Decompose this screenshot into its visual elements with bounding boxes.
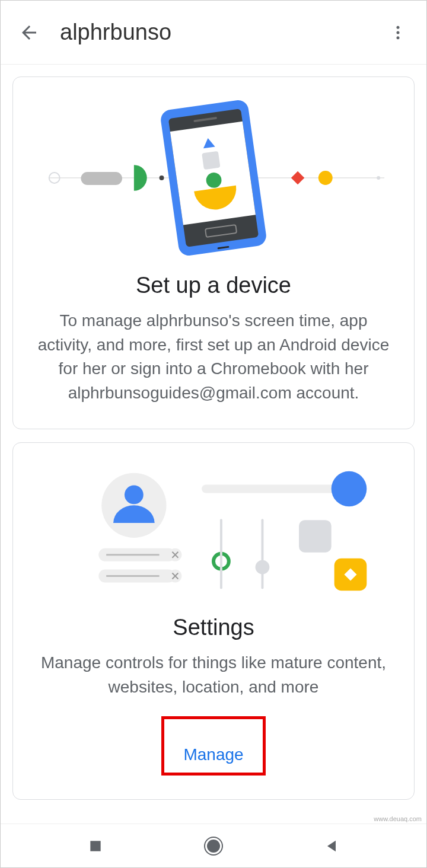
svg-point-19 <box>101 473 166 538</box>
svg-rect-5 <box>81 172 122 185</box>
setup-card-description: To manage alphrbunso's screen time, app … <box>31 309 396 405</box>
settings-card: Settings Manage controls for things like… <box>12 442 415 799</box>
svg-point-28 <box>332 471 367 507</box>
svg-point-1 <box>397 31 400 34</box>
overflow-menu-button[interactable] <box>384 18 412 47</box>
more-vert-icon <box>389 24 407 42</box>
svg-rect-36 <box>90 841 100 851</box>
svg-point-6 <box>160 175 164 180</box>
triangle-left-icon <box>323 838 340 854</box>
android-nav-bar <box>1 824 426 867</box>
svg-point-20 <box>125 486 144 505</box>
settings-card-description: Manage controls for things like mature c… <box>31 651 396 699</box>
svg-rect-27 <box>202 485 349 493</box>
arrow-left-icon <box>18 22 40 43</box>
settings-illustration <box>31 461 396 603</box>
manage-button-wrapper: Manage <box>31 716 396 776</box>
phone-illustration-svg <box>31 95 396 261</box>
watermark-text: www.deuaq.com <box>374 815 422 822</box>
svg-rect-33 <box>299 521 332 553</box>
app-header: alphrbunso <box>1 1 426 65</box>
manage-button[interactable]: Manage <box>164 737 262 773</box>
svg-rect-7 <box>291 171 304 184</box>
setup-device-card: Set up a device To manage alphrbunso's s… <box>12 76 415 429</box>
setup-illustration <box>31 95 396 261</box>
settings-card-title: Settings <box>31 615 396 640</box>
svg-rect-17 <box>202 151 220 170</box>
square-icon <box>88 838 103 854</box>
svg-point-9 <box>377 176 380 180</box>
svg-point-38 <box>207 840 220 853</box>
svg-point-2 <box>397 36 400 39</box>
highlight-annotation: Manage <box>161 716 265 776</box>
setup-card-title: Set up a device <box>31 273 396 298</box>
nav-back-button[interactable] <box>320 834 343 858</box>
page-title: alphrbunso <box>60 20 384 45</box>
nav-recent-button[interactable] <box>84 834 107 858</box>
circle-icon <box>203 835 224 857</box>
nav-home-button[interactable] <box>202 834 225 858</box>
settings-illustration-svg <box>31 461 396 603</box>
svg-point-8 <box>318 171 333 185</box>
svg-point-0 <box>397 25 400 28</box>
back-button[interactable] <box>15 18 43 47</box>
content-area: Set up a device To manage alphrbunso's s… <box>1 65 426 825</box>
svg-point-32 <box>256 560 270 575</box>
